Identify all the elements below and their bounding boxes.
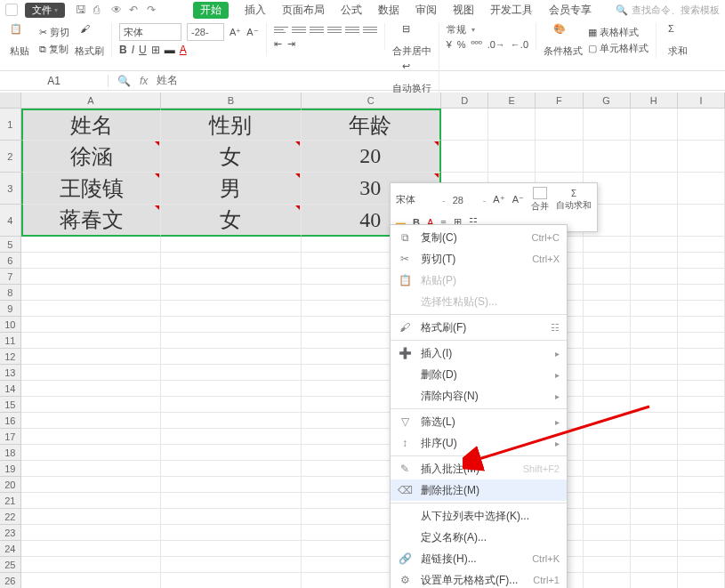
cell[interactable] [631,493,678,509]
cell[interactable] [678,541,725,557]
cell[interactable] [678,109,725,141]
bold-button[interactable]: B [119,44,127,56]
cell[interactable] [21,557,161,573]
cell[interactable] [584,253,631,269]
decrease-font-icon[interactable]: A⁻ [246,27,258,38]
row-header[interactable]: 1 [0,109,21,141]
row-header[interactable]: 4 [0,205,21,237]
cell[interactable] [584,397,631,413]
tab-page-layout[interactable]: 页面布局 [282,3,325,18]
cell[interactable]: 女 [161,205,301,237]
cell[interactable] [631,525,678,541]
col-header-G[interactable]: G [584,93,631,108]
table-style-button[interactable]: ▦表格样式 [588,26,648,39]
cell[interactable] [678,301,725,317]
cell[interactable] [631,301,678,317]
cell[interactable] [161,429,301,445]
cell[interactable] [21,285,161,301]
row-header[interactable]: 6 [0,253,21,269]
border-button[interactable]: ⊞ [151,44,160,56]
cell[interactable] [631,333,678,349]
row-header[interactable]: 23 [0,525,21,541]
format-painter-button[interactable]: 🖌 格式刷 [75,23,104,58]
cell[interactable] [584,365,631,381]
cell[interactable] [631,253,678,269]
cell[interactable] [631,173,678,205]
cell[interactable] [21,493,161,509]
cell[interactable] [678,333,725,349]
row-header[interactable]: 18 [0,445,21,461]
row-header[interactable]: 19 [0,461,21,477]
col-header-A[interactable]: A [21,93,161,108]
cell[interactable] [631,461,678,477]
file-menu-button[interactable]: 文件 ▾ [25,3,65,18]
save-icon[interactable]: 🖫 [76,4,88,16]
currency-button[interactable]: ¥ [447,39,452,50]
cell[interactable] [631,269,678,285]
mini-decrease-font[interactable]: A⁻ [512,194,524,205]
cell[interactable] [536,109,583,141]
menu-item[interactable]: ✎插入批注(M)Shift+F2 [391,458,567,479]
cell[interactable] [161,557,301,573]
underline-button[interactable]: U [139,44,147,56]
row-header[interactable]: 20 [0,477,21,493]
cell[interactable] [161,333,301,349]
cell[interactable] [161,525,301,541]
cell[interactable] [161,413,301,429]
menu-item[interactable]: ⚙设置单元格格式(F)...Ctrl+1 [391,569,567,588]
menu-item[interactable]: ▽筛选(L)▸ [391,411,567,432]
cell[interactable] [161,317,301,333]
cell[interactable] [584,317,631,333]
cell[interactable] [631,365,678,381]
sum-button[interactable]: Σ 求和 [664,23,692,58]
increase-font-icon[interactable]: A⁺ [230,27,241,38]
cell[interactable]: 年龄 [302,109,441,141]
cell[interactable] [631,349,678,365]
cell[interactable]: 王陵镇 [21,173,162,205]
mini-font-size[interactable]: 28 [453,195,476,205]
col-header-C[interactable]: C [302,93,441,108]
font-size-select[interactable]: - 28 - [187,23,224,41]
paste-button[interactable]: 📋 粘贴 [5,23,34,58]
cell[interactable] [584,525,631,541]
name-box[interactable]: A1 [0,75,109,87]
cell[interactable] [631,573,678,588]
cell[interactable] [21,317,161,333]
comma-button[interactable]: ººº [471,39,482,50]
cell[interactable] [584,413,631,429]
mini-autosum-button[interactable]: Σ自动求和 [556,189,592,212]
align-right-button[interactable] [363,23,377,36]
fill-color-button[interactable]: ▬ [165,44,175,56]
cell[interactable] [678,493,725,509]
cell[interactable] [161,381,301,397]
cell[interactable] [678,285,725,301]
wrap-text-button[interactable]: ↩ 自动换行 [392,60,431,95]
cell[interactable] [584,541,631,557]
cell[interactable] [631,429,678,445]
cell[interactable]: 性别 [161,109,301,141]
indent-decrease-button[interactable]: ⇤ [274,38,282,50]
print-icon[interactable]: ⎙ [93,4,106,16]
font-name-select[interactable]: 宋体 [119,23,181,41]
cell[interactable] [631,397,678,413]
cell[interactable] [678,429,725,445]
tab-data[interactable]: 数据 [378,3,399,18]
cond-format-button[interactable]: 🎨条件格式 [544,23,583,58]
cell[interactable] [678,461,725,477]
cell[interactable] [161,269,301,285]
row-header[interactable]: 8 [0,285,21,301]
cell[interactable] [584,557,631,573]
align-top-button[interactable] [274,23,288,36]
cell[interactable] [441,141,488,173]
cell[interactable] [21,525,161,541]
cell[interactable] [584,477,631,493]
row-header[interactable]: 11 [0,333,21,349]
cell[interactable] [631,445,678,461]
cell[interactable] [678,349,725,365]
menu-item[interactable]: ⌫删除批注(M) [391,479,567,501]
row-header[interactable]: 13 [0,365,21,381]
cell[interactable] [678,317,725,333]
menu-item[interactable]: ➕插入(I)▸ [391,342,567,364]
cell[interactable]: 蒋春文 [21,205,162,237]
cell[interactable] [584,429,631,445]
